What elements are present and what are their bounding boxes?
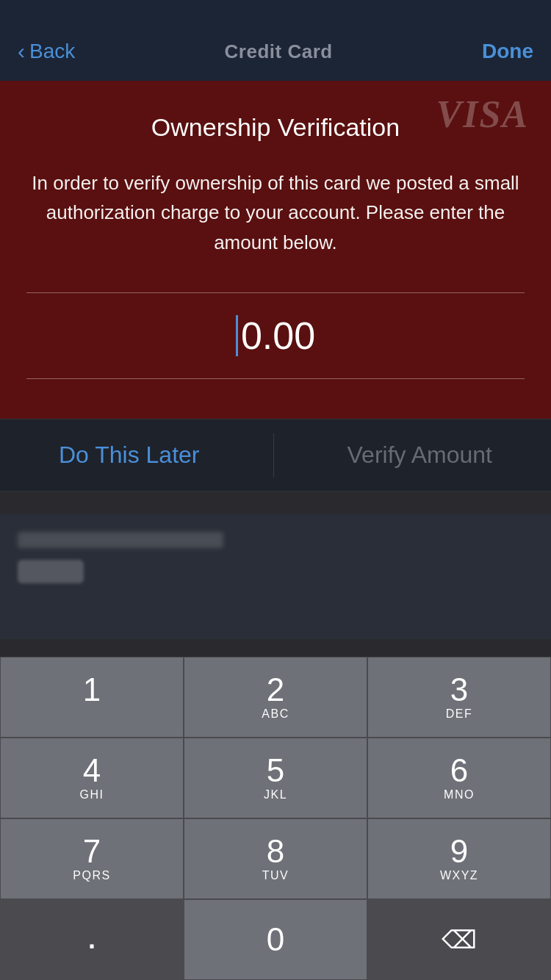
key-4-letters: GHI (80, 788, 104, 801)
key-3[interactable]: 3 DEF (367, 657, 551, 738)
numeric-keyboard: 1 2 ABC 3 DEF 4 GHI 5 JKL 6 MNO 7 PQRS (0, 657, 551, 980)
do-this-later-button[interactable]: Do This Later (15, 419, 244, 491)
modal-description: In order to verify ownership of this car… (26, 168, 525, 257)
key-dot-symbol: . (88, 926, 96, 953)
keyboard-row-2: 4 GHI 5 JKL 6 MNO (0, 738, 551, 818)
key-5[interactable]: 5 JKL (184, 738, 367, 818)
key-5-number: 5 (267, 754, 284, 787)
key-0[interactable]: 0 (184, 899, 367, 980)
key-8[interactable]: 8 TUV (184, 818, 367, 899)
key-1-letters (90, 707, 94, 721)
key-8-number: 8 (267, 835, 284, 868)
action-buttons-row: Do This Later Verify Amount (0, 419, 551, 491)
key-3-letters: DEF (446, 707, 473, 721)
amount-display: 0.00 (26, 314, 525, 358)
chevron-left-icon: ‹ (18, 39, 25, 64)
key-6[interactable]: 6 MNO (367, 738, 551, 818)
key-2-letters: ABC (262, 707, 289, 721)
key-dot[interactable]: . (0, 899, 184, 980)
key-5-letters: JKL (264, 788, 287, 801)
keyboard-row-3: 7 PQRS 8 TUV 9 WXYZ (0, 818, 551, 899)
key-3-number: 3 (450, 674, 468, 706)
key-7-number: 7 (83, 835, 101, 868)
button-divider (273, 433, 274, 478)
done-button[interactable]: Done (482, 40, 533, 63)
key-0-number: 0 (267, 923, 284, 956)
verify-amount-button[interactable]: Verify Amount (303, 419, 536, 491)
keyboard-row-4: . 0 ⌫ (0, 899, 551, 980)
amount-input-area[interactable]: 0.00 (26, 292, 525, 379)
key-4-number: 4 (83, 754, 101, 787)
amount-value: 0.00 (241, 314, 315, 358)
key-6-letters: MNO (444, 788, 475, 801)
key-7[interactable]: 7 PQRS (0, 818, 184, 899)
nav-bar: ‹ Back Credit Card Done (0, 0, 551, 81)
key-1-number: 1 (83, 674, 101, 706)
back-label: Back (29, 40, 75, 63)
nav-title: Credit Card (225, 40, 333, 63)
back-button[interactable]: ‹ Back (18, 39, 75, 64)
key-2-number: 2 (267, 674, 284, 706)
delete-icon: ⌫ (442, 925, 477, 954)
key-7-letters: PQRS (73, 869, 110, 882)
key-9-letters: WXYZ (440, 869, 478, 882)
bg-blur-line-1 (18, 532, 223, 548)
key-2[interactable]: 2 ABC (184, 657, 367, 738)
key-9[interactable]: 9 WXYZ (367, 818, 551, 899)
key-1[interactable]: 1 (0, 657, 184, 738)
key-4[interactable]: 4 GHI (0, 738, 184, 818)
key-6-number: 6 (450, 754, 468, 787)
ownership-verification-modal: VISA Ownership Verification In order to … (0, 81, 551, 419)
background-content (0, 514, 551, 639)
key-8-letters: TUV (262, 869, 289, 882)
keyboard-row-1: 1 2 ABC 3 DEF (0, 657, 551, 738)
key-delete[interactable]: ⌫ (367, 899, 551, 980)
modal-title: Ownership Verification (26, 113, 525, 142)
text-cursor (236, 315, 238, 356)
key-9-number: 9 (450, 835, 468, 868)
bg-blur-tag (18, 560, 84, 583)
